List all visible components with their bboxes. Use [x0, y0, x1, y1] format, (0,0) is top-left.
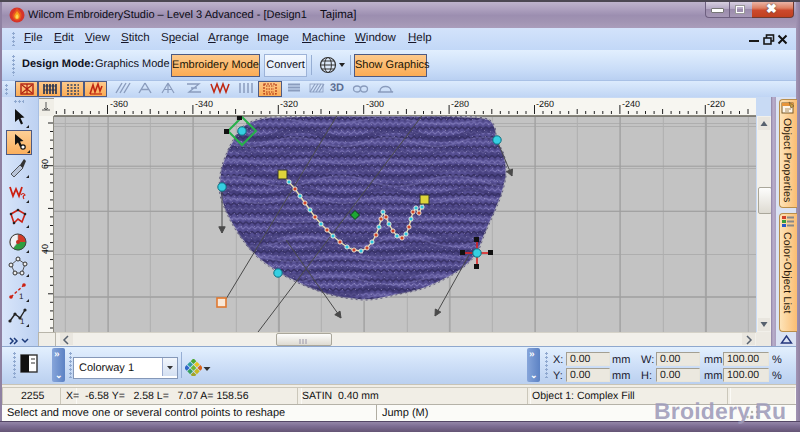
- svg-text:1: 1: [20, 317, 25, 326]
- svg-text:1: 1: [19, 292, 24, 301]
